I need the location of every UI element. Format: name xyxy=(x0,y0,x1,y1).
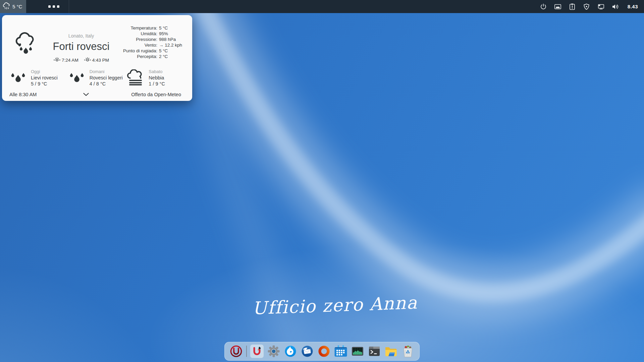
forecast-temps: 4 / 8 °C xyxy=(90,81,123,87)
settings-gear-icon[interactable] xyxy=(267,345,280,358)
forecast-tomorrow: Domani Rovesci leggeri 4 / 8 °C xyxy=(68,69,127,87)
forecast-saturday: Sabato Nebbia 1 / 9 °C xyxy=(126,69,185,87)
panel-separator xyxy=(69,0,69,13)
forecast-condition: Nebbia xyxy=(149,75,165,81)
panel-dots-menu[interactable] xyxy=(48,5,59,8)
weather-popup: Lonato, Italy Forti rovesci 7:24 AM 4: xyxy=(2,15,192,101)
forecast-condition: Lievi rovesci xyxy=(31,75,58,81)
forecast-temps: 5 / 9 °C xyxy=(31,81,58,87)
detail-label: Temperatura: xyxy=(123,25,157,31)
forecast-day: Oggi xyxy=(31,69,58,75)
power-icon[interactable] xyxy=(540,3,547,10)
detail-label: Vento: xyxy=(123,43,157,48)
dock xyxy=(224,342,420,361)
weather-updated: Alle 8:30 AM xyxy=(9,92,37,97)
librewolf-browser-icon[interactable] xyxy=(284,345,297,358)
calendar-icon[interactable] xyxy=(334,345,347,358)
system-monitor-icon[interactable] xyxy=(351,345,364,358)
dock-separator xyxy=(246,346,247,357)
forecast-day: Sabato xyxy=(149,69,165,75)
weather-footer: Alle 8:30 AM Offerto da Open-Meteo xyxy=(2,88,192,101)
sunset-block: 4:43 PM xyxy=(84,57,109,63)
ufficiozero-logo-icon[interactable] xyxy=(229,345,243,358)
detail-value: 5 °C xyxy=(159,48,182,53)
raindrops-icon xyxy=(68,70,86,86)
detail-label: Umidità: xyxy=(123,31,157,36)
weather-condition: Forti rovesci xyxy=(34,41,128,53)
shield-icon[interactable] xyxy=(583,3,590,10)
detail-value: 5 °C xyxy=(159,25,182,31)
sun-times: 7:24 AM 4:43 PM xyxy=(34,57,128,63)
panel-weather-button[interactable]: 5 °C xyxy=(0,0,26,13)
wallpaper-icon[interactable] xyxy=(554,3,561,10)
chevron-down-icon xyxy=(83,92,89,97)
sunrise-icon xyxy=(53,57,61,63)
sunrise-time: 7:24 AM xyxy=(62,58,78,63)
weather-details: Temperatura: 5 °C Umidità: 95% Pressione… xyxy=(123,25,182,59)
sunset-icon xyxy=(84,57,91,63)
detail-value: 988 hPa xyxy=(159,37,182,42)
top-panel: 5 °C xyxy=(0,0,644,13)
expand-forecast-button[interactable] xyxy=(82,91,90,98)
weather-attribution: Offerto da Open-Meteo xyxy=(131,92,181,97)
panel-temperature: 5 °C xyxy=(12,4,22,9)
volume-icon[interactable] xyxy=(612,3,619,10)
sunrise-block: 7:24 AM xyxy=(53,57,78,63)
panel-clock[interactable]: 8.43 xyxy=(628,4,638,9)
forecast-day: Domani xyxy=(90,69,123,75)
forecast-row: Oggi Lievi rovesci 5 / 9 °C Domani Roves… xyxy=(9,69,185,87)
forecast-condition: Rovesci leggeri xyxy=(90,75,123,81)
weather-location: Lonato, Italy xyxy=(34,33,128,39)
detail-value wind-value: → 12.2 kph xyxy=(159,43,182,48)
ufficiozero-installer-icon[interactable] xyxy=(250,345,264,358)
sunset-time: 4:43 PM xyxy=(92,58,109,63)
file-manager-icon[interactable] xyxy=(384,345,398,358)
rain-cloud-icon xyxy=(3,2,11,11)
system-tray: 8.43 xyxy=(540,3,644,10)
trash-icon[interactable] xyxy=(401,345,415,358)
office-suite-icon[interactable] xyxy=(317,345,331,358)
raindrops-icon xyxy=(9,70,27,86)
thunderbird-mail-icon[interactable] xyxy=(301,345,314,358)
fog-icon xyxy=(126,69,145,87)
clipboard-alert-icon[interactable] xyxy=(569,3,576,10)
detail-label: Pressione: xyxy=(123,37,157,42)
terminal-icon[interactable] xyxy=(368,345,381,358)
detail-value: 95% xyxy=(159,31,182,36)
forecast-today: Oggi Lievi rovesci 5 / 9 °C xyxy=(9,69,68,87)
network-icon[interactable] xyxy=(597,3,605,10)
heavy-rain-cloud-icon xyxy=(15,31,36,57)
detail-value: 2 °C xyxy=(159,54,182,59)
detail-label: Percepita: xyxy=(123,54,157,59)
forecast-temps: 1 / 9 °C xyxy=(149,81,165,87)
detail-label: Punto di rugiada: xyxy=(123,48,157,53)
